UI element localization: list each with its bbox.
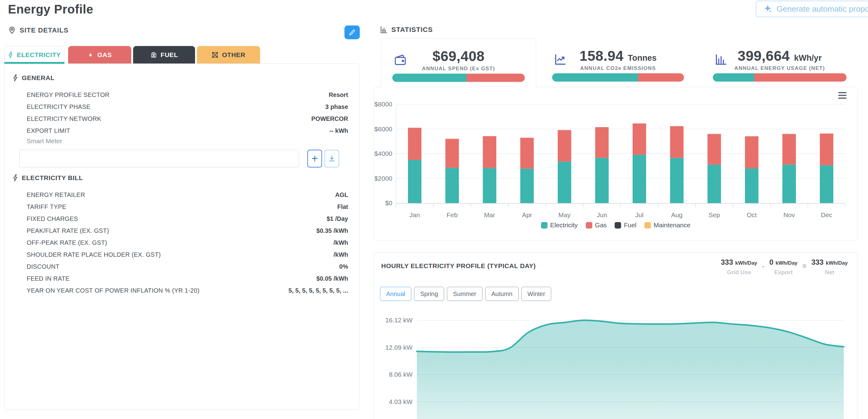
site-details-label: SITE DETAILS <box>20 26 69 34</box>
bill-label: FEED IN RATE <box>27 274 70 283</box>
general-value: -- kWh <box>330 127 348 134</box>
active-tab-underline <box>4 62 64 64</box>
hstat-value: 333 <box>721 258 733 267</box>
electricity-bill-heading: ELECTRICITY BILL <box>12 174 83 182</box>
stat-progress-bar <box>713 73 846 82</box>
svg-text:Nov: Nov <box>783 211 795 218</box>
hstat-unit: kWh/Day <box>776 260 798 266</box>
bill-label: TARIFF TYPE <box>27 203 66 211</box>
hourly-profile-title: HOURLY ELECTRICITY PROFILE (TYPICAL DAY) <box>381 262 536 270</box>
export-stat: 0kWh/DayExport <box>769 258 798 276</box>
bill-label: YEAR ON YEAR COST OF POWER INFLATION % (… <box>27 287 199 295</box>
lightning-icon <box>8 52 13 59</box>
bill-value: /kWh <box>333 251 348 258</box>
legend-swatch <box>615 222 621 229</box>
download-meter-button[interactable] <box>324 150 339 168</box>
bill-label: OFF-PEAK RATE (EX. GST) <box>27 239 107 247</box>
bill-value: 0% <box>339 263 348 270</box>
smart-meter-input[interactable] <box>19 150 299 168</box>
legend-item-gas[interactable]: Gas <box>586 221 607 229</box>
hstat-value: 333 <box>811 258 824 267</box>
hstat-label: Grid Use <box>727 269 751 276</box>
svg-text:16.12 kW: 16.12 kW <box>385 317 412 324</box>
svg-text:May: May <box>559 211 571 218</box>
bill-label: FIXED CHARGES <box>27 215 78 223</box>
bill-row: DISCOUNT0% <box>27 263 348 271</box>
general-rows: ENERGY PROFILE SECTORResortELECTRICITY P… <box>27 91 348 139</box>
hourly-profile-panel: HOURLY ELECTRICITY PROFILE (TYPICAL DAY)… <box>374 252 858 419</box>
bill-value: AGL <box>335 191 348 199</box>
statistics-heading: STATISTICS <box>380 26 433 34</box>
grid-icon <box>212 51 218 59</box>
bill-value: $1 /Day <box>327 215 348 222</box>
svg-text:Aug: Aug <box>671 211 682 218</box>
legend-label: Fuel <box>624 221 637 229</box>
bill-row: TARIFF TYPEFlat <box>27 203 348 211</box>
stat-value-row: 399,664kWh/yr <box>702 48 858 64</box>
statistics-label: STATISTICS <box>391 26 433 34</box>
lightning-icon <box>12 74 18 82</box>
edit-button[interactable] <box>344 26 360 39</box>
svg-text:Feb: Feb <box>446 211 458 218</box>
general-label: EXPORT LIMIT <box>27 127 70 135</box>
smart-meter-label: Smart Meter <box>27 138 62 145</box>
stat-separator: - <box>762 262 764 276</box>
stat-card-annual-spend[interactable]: $69,408ANNUAL SPEND (Ex GST) <box>381 38 536 87</box>
svg-text:Dec: Dec <box>821 211 832 218</box>
tab-fuel[interactable]: FUEL <box>133 46 195 63</box>
monthly-spend-chart-panel: $0$2000$4000$6000$8000JanFebMarAprMayJun… <box>374 87 858 241</box>
bill-value: $0.35 /kWh <box>316 227 348 234</box>
page-title: Energy Profile <box>8 2 93 16</box>
generate-proposals-button[interactable]: Generate automatic proposals <box>756 1 868 17</box>
svg-text:$8000: $8000 <box>374 100 392 108</box>
legend-label: Maintenance <box>654 221 690 229</box>
tab-other[interactable]: OTHER <box>197 46 260 63</box>
svg-text:Jan: Jan <box>409 211 420 218</box>
tab-electricity[interactable]: ELECTRICITY <box>4 46 64 63</box>
stat-card-energy-usage[interactable]: 399,664kWh/yrANNUAL ENERGY USAGE (NET) <box>702 38 858 87</box>
general-row: ELECTRICITY NETWORKPOWERCOR <box>27 115 348 123</box>
svg-text:$6000: $6000 <box>374 125 392 132</box>
stat-value-row: $69,408 <box>381 48 536 64</box>
stat-card-co2-emissions[interactable]: 158.94TonnesANNUAL CO2e EMISSIONS <box>541 38 695 87</box>
bill-label: PEAK/FLAT RATE (EX. GST) <box>27 227 109 235</box>
stat-label: ANNUAL CO2e EMISSIONS <box>541 65 695 71</box>
svg-text:Jul: Jul <box>635 211 644 218</box>
general-heading: GENERAL <box>12 74 55 82</box>
bar-chart-header-icon <box>380 26 388 34</box>
net-stat: 333kWh/DayNet <box>811 258 848 276</box>
sparkle-icon <box>763 4 772 13</box>
legend-item-electricity[interactable]: Electricity <box>541 221 578 229</box>
add-meter-button[interactable]: + <box>307 150 322 168</box>
legend-item-fuel[interactable]: Fuel <box>615 221 637 229</box>
stat-unit: Tonnes <box>628 53 657 63</box>
general-row: ENERGY PROFILE SECTORResort <box>27 91 348 99</box>
stat-unit: kWh/yr <box>794 53 822 63</box>
monthly-spend-chart: $0$2000$4000$6000$8000JanFebMarAprMayJun… <box>374 87 858 241</box>
bill-value: $0.05 /kWh <box>316 275 348 282</box>
svg-text:Sep: Sep <box>709 211 720 218</box>
general-label: ELECTRICITY NETWORK <box>27 115 101 123</box>
legend-label: Electricity <box>550 221 578 229</box>
bill-value: Flat <box>337 203 348 210</box>
legend-swatch <box>541 222 548 229</box>
general-heading-label: GENERAL <box>22 74 55 82</box>
svg-text:Jun: Jun <box>597 211 607 218</box>
stat-value: $69,408 <box>432 48 485 64</box>
pencil-icon <box>348 29 356 36</box>
tab-label: FUEL <box>161 51 178 59</box>
svg-text:12.09 kW: 12.09 kW <box>385 344 412 351</box>
general-value: Resort <box>329 91 348 98</box>
bill-row: YEAR ON YEAR COST OF POWER INFLATION % (… <box>27 287 348 295</box>
svg-text:Mar: Mar <box>484 211 495 218</box>
tab-gas[interactable]: GAS <box>68 46 131 63</box>
legend-swatch <box>644 222 651 229</box>
bill-row: SHOULDER RATE PLACE HOLDER (EX. GST)/kWh <box>27 250 348 259</box>
hstat-unit: kWh/Day <box>826 260 848 266</box>
bill-row: PEAK/FLAT RATE (EX. GST)$0.35 /kWh <box>27 227 348 235</box>
svg-text:$0: $0 <box>385 199 392 206</box>
bill-row: ENERGY RETAILERAGL <box>27 191 348 199</box>
electricity-bill-rows: ENERGY RETAILERAGLTARIFF TYPEFlatFIXED C… <box>27 191 348 298</box>
hstat-unit: kWh/Day <box>735 260 757 266</box>
legend-item-maintenance[interactable]: Maintenance <box>644 221 690 229</box>
